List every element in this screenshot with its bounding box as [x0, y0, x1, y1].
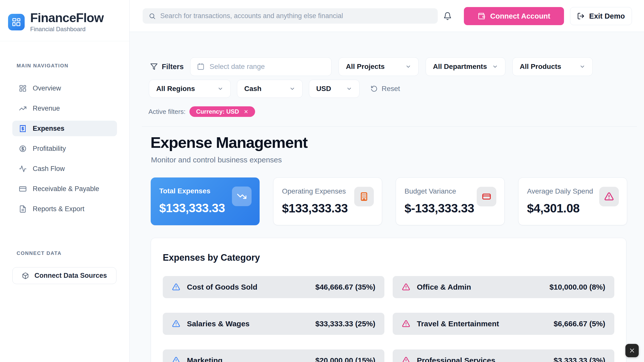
sidebar-item-cash-flow[interactable]: Cash Flow — [12, 161, 117, 176]
app-title: FinanceFlow — [30, 12, 104, 24]
sidebar-item-overview[interactable]: Overview — [12, 80, 117, 96]
bell-icon — [443, 12, 452, 20]
category-name: Marketing — [187, 356, 223, 362]
currency-dropdown[interactable]: USD — [309, 80, 359, 98]
sidebar-item-label: Receivable & Payable — [33, 185, 99, 193]
page-title: Expense Management — [150, 133, 307, 151]
regions-dropdown[interactable]: All Regions — [149, 80, 231, 98]
dashboard-icon — [12, 17, 21, 27]
filters-row-2: All Regions Cash USD — [149, 80, 400, 98]
stat-card-total-expenses: Total Expenses $133,333.33 — [151, 177, 260, 225]
logout-icon — [577, 12, 585, 20]
sidebar-item-label: Overview — [33, 84, 61, 92]
products-dropdown[interactable]: All Products — [512, 57, 593, 76]
stat-cards: Total Expenses $133,333.33 Operating Exp… — [151, 177, 627, 225]
projects-dropdown[interactable]: All Projects — [339, 57, 419, 76]
departments-dropdown[interactable]: All Departments — [426, 57, 505, 76]
header: Connect Account Exit Demo — [130, 0, 644, 32]
search-input[interactable] — [160, 12, 432, 20]
main-nav: Overview Revenue Expenses — [12, 80, 117, 217]
connect-account-button[interactable]: Connect Account — [464, 7, 564, 25]
filters-label: Filters — [162, 63, 184, 71]
calendar-icon — [197, 63, 205, 70]
connect-data-sources-button[interactable]: Connect Data Sources — [12, 267, 116, 284]
credit-card-icon — [19, 185, 27, 193]
connect-data-sources-label: Connect Data Sources — [34, 272, 107, 280]
trending-down-icon — [232, 187, 252, 206]
exit-demo-button[interactable]: Exit Demo — [570, 7, 632, 25]
app-tagline: Financial Dashboard — [30, 26, 104, 33]
stat-card-operating-expenses: Operating Expenses $133,333.33 — [273, 177, 382, 225]
category-name: Cost of Goods Sold — [187, 283, 257, 291]
remove-currency-filter-button[interactable] — [244, 109, 249, 114]
stat-card-average-daily-spend: Average Daily Spend $4,301.08 — [518, 177, 627, 225]
alert-triangle-icon — [172, 320, 180, 328]
category-name: Travel & Entertainment — [417, 320, 499, 328]
stat-label: Total Expenses — [159, 187, 210, 195]
sidebar: FinanceFlow Financial Dashboard MAIN NAV… — [0, 0, 130, 362]
category-name: Office & Admin — [417, 283, 471, 291]
sidebar-item-reports-export[interactable]: Reports & Export — [12, 201, 117, 217]
category-grid: Cost of Goods Sold $46,666.67 (35%) Offi… — [163, 276, 614, 362]
category-row-professional-services: Professional Services $3,333.33 (3%) — [393, 349, 614, 362]
notifications-button[interactable] — [441, 10, 454, 22]
stat-label: Average Daily Spend — [527, 187, 593, 195]
alert-triangle-icon — [402, 356, 410, 362]
app-logo — [8, 14, 25, 30]
category-value: $46,666.67 (35%) — [315, 283, 375, 291]
alert-triangle-icon — [402, 320, 410, 328]
app-root: FinanceFlow Financial Dashboard MAIN NAV… — [0, 0, 644, 362]
active-filters-row: Active filters: Currency: USD — [148, 106, 255, 117]
wallet-icon — [478, 12, 485, 20]
close-icon — [244, 109, 249, 114]
sidebar-item-label: Reports & Export — [33, 205, 85, 213]
search-box[interactable] — [143, 8, 438, 24]
stat-value: $133,333.33 — [159, 201, 225, 215]
departments-dropdown-value: All Departments — [433, 63, 487, 71]
sidebar-item-label: Revenue — [33, 105, 60, 112]
chevron-down-icon — [405, 64, 411, 70]
stat-value: $-133,333.33 — [405, 201, 474, 215]
stat-card-budget-variance: Budget Variance $-133,333.33 — [396, 177, 505, 225]
cash-basis-dropdown-value: Cash — [244, 85, 261, 93]
stat-label: Operating Expenses — [282, 187, 346, 195]
category-value: $3,333.33 (3%) — [554, 356, 605, 362]
date-range-field[interactable] — [210, 63, 325, 71]
chevron-down-icon — [289, 86, 295, 92]
category-value: $6,666.67 (5%) — [554, 320, 605, 328]
category-value: $20,000.00 (15%) — [315, 356, 375, 362]
alert-triangle-icon — [172, 356, 180, 362]
cash-basis-dropdown[interactable]: Cash — [237, 80, 303, 98]
brand-block: FinanceFlow Financial Dashboard — [0, 0, 129, 41]
reset-filters-button[interactable]: Reset — [371, 85, 400, 93]
category-name: Professional Services — [417, 356, 495, 362]
sidebar-item-label: Cash Flow — [33, 165, 65, 173]
circle-dollar-icon — [19, 145, 27, 153]
panel-title: Expenses by Category — [163, 252, 626, 263]
file-text-icon — [19, 205, 27, 213]
reset-label: Reset — [382, 85, 400, 93]
building-icon — [354, 187, 374, 206]
alert-triangle-icon — [402, 283, 410, 291]
active-filters-label: Active filters: — [148, 108, 185, 116]
chevron-down-icon — [492, 64, 498, 70]
category-row-office-admin: Office & Admin $10,000.00 (8%) — [393, 276, 614, 298]
expenses-by-category-panel: Expenses by Category Cost of Goods Sold … — [151, 238, 626, 362]
sidebar-item-expenses[interactable]: Expenses — [12, 121, 117, 136]
category-value: $10,000.00 (8%) — [549, 283, 605, 291]
alert-triangle-icon — [599, 187, 619, 206]
category-name: Salaries & Wages — [187, 320, 250, 328]
brand-text: FinanceFlow Financial Dashboard — [30, 12, 104, 33]
rotate-ccw-icon — [371, 85, 378, 92]
close-overlay-button[interactable] — [625, 344, 639, 357]
category-row-salaries-wages: Salaries & Wages $33,333.33 (25%) — [163, 313, 384, 335]
sidebar-item-receivable-payable[interactable]: Receivable & Payable — [12, 181, 117, 197]
sidebar-item-revenue[interactable]: Revenue — [12, 101, 117, 116]
category-row-cost-of-goods-sold: Cost of Goods Sold $46,666.67 (35%) — [163, 276, 384, 298]
currency-filter-chip[interactable]: Currency: USD — [189, 106, 255, 117]
exit-demo-label: Exit Demo — [589, 12, 625, 20]
date-range-input[interactable] — [190, 57, 332, 76]
category-value: $33,333.33 (25%) — [315, 320, 375, 328]
currency-dropdown-value: USD — [316, 85, 331, 93]
sidebar-item-profitability[interactable]: Profitability — [12, 141, 117, 156]
